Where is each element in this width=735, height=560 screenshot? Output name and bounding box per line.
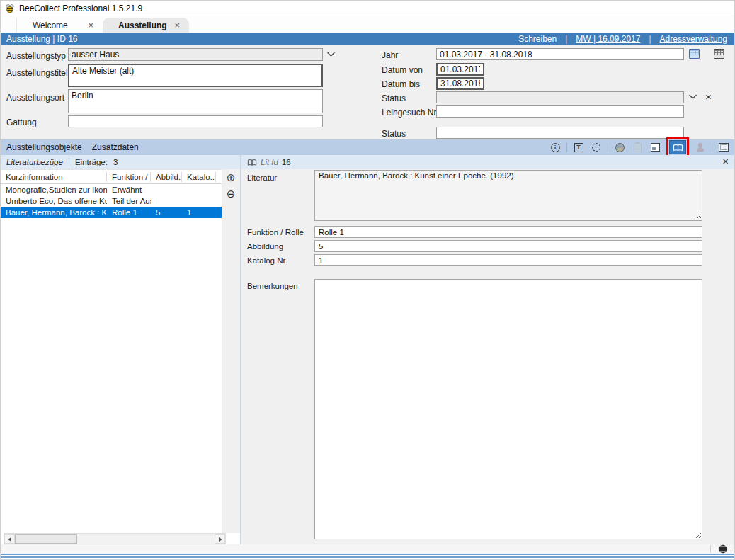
header-separator: | [565, 34, 567, 44]
bee-icon [5, 4, 15, 13]
column-kurzinformation[interactable]: Kurzinformation [1, 172, 107, 182]
funktion-rolle-input[interactable] [314, 226, 702, 238]
section-toolbar: i T [549, 137, 730, 157]
section-bar: Ausstellungsobjekte Zusatzdaten i T [1, 139, 734, 155]
cell-kurzinformation: Bauer, Hermann, Barock : Kunst ... [1, 208, 107, 217]
ausstellungstyp-combobox[interactable] [68, 48, 323, 61]
literature-table: Kurzinformation Funktion / ... Abbild...… [1, 169, 222, 533]
record-title: Ausstellung | ID 16 [6, 34, 78, 44]
record-header-bar: Ausstellung | ID 16 Schreiben | MW | 16.… [1, 33, 734, 45]
literaturbezuege-header: Literaturbezüge Einträge: 3 [1, 155, 240, 169]
scroll-right-icon[interactable] [215, 534, 225, 544]
bemerkungen-textarea[interactable] [314, 279, 702, 539]
table-row[interactable]: Monografie,Studien zur Ikonolo... Erwähn… [1, 184, 222, 195]
ausstellungstitel-label: Ausstellungstitel [6, 68, 68, 78]
cell-funktion: Teil der Aus... [107, 197, 151, 205]
table-header-row: Kurzinformation Funktion / ... Abbild...… [1, 170, 222, 184]
calendar-icon-blue[interactable] [689, 49, 700, 59]
cell-kurzinformation: Monografie,Studien zur Ikonolo... [1, 185, 107, 194]
image-icon[interactable] [649, 141, 661, 154]
funktion-rolle-label: Funktion / Rolle [247, 228, 304, 236]
tab-welcome[interactable]: Welcome × [16, 18, 103, 33]
status-label: Status [382, 93, 406, 103]
leihgesuch-label: Leihgesuch Nr. [382, 108, 438, 118]
user-date-link[interactable]: MW | 16.09.2017 [576, 34, 640, 44]
ausstellungstyp-label: Ausstellungstyp [6, 51, 66, 61]
gattung-label: Gattung [6, 118, 37, 127]
info-icon[interactable]: i [549, 141, 562, 154]
toolbar-separator [566, 142, 567, 152]
cell-funktion: Rolle 1 [107, 208, 151, 217]
header-separator: | [649, 34, 651, 44]
table-row-selected[interactable]: Bauer, Hermann, Barock : Kunst ... Rolle… [1, 207, 222, 218]
calendar-icon-grey[interactable] [714, 49, 724, 59]
tab-welcome-close-icon[interactable]: × [86, 21, 96, 30]
list-actions-gutter: ⊕ ⊖ [222, 169, 240, 533]
literature-detail-panel: Literatur Bauer, Hermann, Barock : Kunst… [241, 169, 735, 544]
ausstellungsort-textarea[interactable]: Berlin [68, 89, 323, 113]
cell-kurzinformation: Umberto Eco, Das offene Kunstw... [1, 197, 107, 205]
tab-ausstellung-close-icon[interactable]: × [172, 21, 182, 30]
datum-bis-input[interactable] [436, 77, 484, 90]
datum-von-input[interactable] [436, 63, 484, 76]
scrollbar-thumb[interactable] [15, 534, 77, 544]
leihgesuch-input[interactable] [436, 105, 684, 118]
entries-count: 3 [113, 158, 118, 166]
abbildung-label: Abbildung [247, 242, 283, 251]
abbildung-input[interactable] [314, 240, 702, 252]
column-katalog[interactable]: Katalo... [182, 172, 216, 182]
cell-abbildung: 5 [151, 208, 182, 217]
horizontal-scrollbar[interactable] [4, 533, 226, 544]
ausstellungstitel-textarea[interactable]: Alte Meister (alt) [68, 64, 323, 87]
application-window: BeeCollect Professional 1.5.21.9 Welcome… [0, 0, 735, 560]
jahr-label: Jahr [382, 50, 398, 60]
palette-icon[interactable] [613, 141, 626, 154]
datum-bis-label: Datum bis [382, 79, 420, 89]
katalog-nr-input[interactable] [314, 254, 702, 266]
panel-icon[interactable] [717, 141, 730, 154]
entries-label: Einträge: [75, 158, 108, 166]
detail-close-icon[interactable]: × [722, 156, 729, 166]
detail-panel-header: Lit Id 16 × [241, 155, 735, 169]
tab-zusatzdaten[interactable]: Zusatzdaten [92, 142, 139, 152]
table-row[interactable]: Umberto Eco, Das offene Kunstw... Teil d… [1, 195, 222, 207]
text-icon[interactable]: T [572, 141, 585, 154]
status-separator [710, 545, 711, 553]
detail-record-id: 16 [282, 158, 291, 166]
scroll-left-icon[interactable] [4, 534, 15, 544]
add-entry-button[interactable]: ⊕ [225, 172, 237, 183]
book-icon [247, 159, 257, 166]
tab-ausstellungsobjekte[interactable]: Ausstellungsobjekte [6, 142, 82, 152]
title-bar: BeeCollect Professional 1.5.21.9 [1, 1, 734, 16]
scrollbar-track[interactable] [15, 534, 215, 544]
clipboard-icon [631, 141, 644, 154]
jahr-input[interactable] [436, 48, 684, 60]
literature-book-icon[interactable] [669, 140, 686, 154]
column-abbildung[interactable]: Abbild... [151, 172, 182, 182]
tab-ausstellung[interactable]: Ausstellung × [103, 18, 189, 33]
adressverwaltung-link[interactable]: Adressverwaltung [660, 34, 727, 44]
toolbar-separator [608, 142, 608, 152]
status-clear-icon[interactable]: × [705, 92, 712, 102]
ausstellungsort-label: Ausstellungsort [6, 93, 64, 103]
globe-icon[interactable] [718, 544, 727, 554]
status-chevron-down-icon[interactable] [688, 93, 700, 102]
exhibition-form: Ausstellungstyp Ausstellungstitel Alte M… [1, 45, 734, 139]
red-highlight-box [666, 137, 689, 157]
detail-type-label: Lit Id [261, 158, 278, 166]
status-combobox[interactable] [436, 91, 684, 103]
document-tab-strip: Welcome × Ausstellung × [1, 16, 734, 33]
literatur-label: Literatur [247, 173, 277, 182]
remove-entry-button[interactable]: ⊖ [225, 188, 237, 200]
status-bar [1, 544, 734, 554]
selection-circle-icon[interactable] [590, 141, 603, 154]
schreiben-mode-label: Schreiben [518, 34, 557, 44]
ausstellungstyp-chevron-down-icon[interactable] [326, 51, 338, 59]
window-title: BeeCollect Professional 1.5.21.9 [19, 4, 142, 13]
column-funktion[interactable]: Funktion / ... [107, 172, 151, 182]
gattung-input[interactable] [68, 115, 323, 127]
literatur-textarea[interactable]: Bauer, Hermann, Barock : Kunst einer Epo… [314, 170, 702, 221]
person-search-icon [694, 141, 707, 154]
cell-katalog: 1 [182, 208, 216, 217]
window-bottom-border [1, 554, 734, 558]
